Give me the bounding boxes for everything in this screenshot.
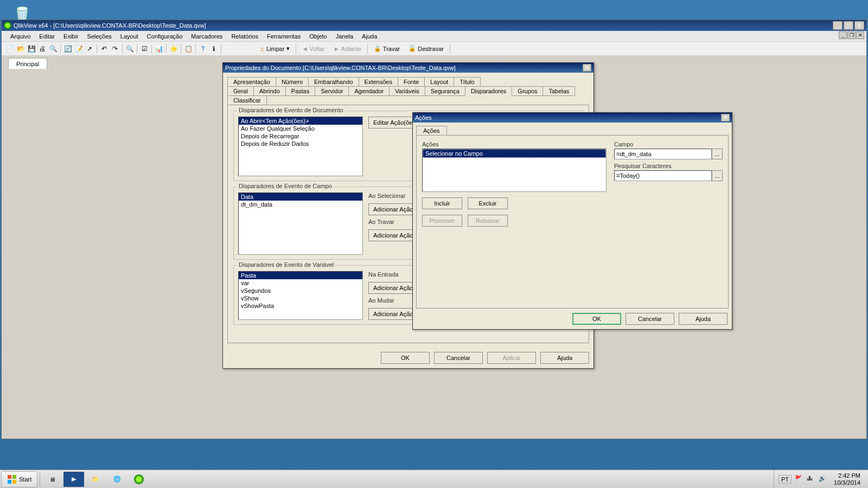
- ok-button[interactable]: OK: [572, 313, 621, 325]
- print-icon[interactable]: 🖨: [37, 44, 47, 54]
- cancel-button[interactable]: Cancelar: [626, 313, 674, 325]
- notes-icon[interactable]: 📋: [183, 44, 193, 54]
- list-item[interactable]: Data: [239, 193, 362, 201]
- start-button[interactable]: Start: [1, 471, 37, 487]
- travar-button[interactable]: 🔒Travar: [370, 44, 404, 53]
- list-item[interactable]: Ao Fazer Qualquer Seleção: [239, 125, 362, 132]
- chart-wizard-icon[interactable]: 📊: [154, 44, 164, 54]
- tab-agendador[interactable]: Agendador: [348, 86, 390, 96]
- list-item[interactable]: vSegundos: [239, 287, 362, 294]
- menu-layout[interactable]: Layout: [116, 32, 143, 41]
- table-viewer-icon[interactable]: ↗: [85, 44, 94, 54]
- tab-disparadores[interactable]: Disparadores: [465, 86, 512, 96]
- whats-this-icon[interactable]: ℹ: [209, 44, 219, 54]
- destravar-button[interactable]: 🔓Destravar: [405, 44, 448, 53]
- tab-titulo[interactable]: Título: [454, 77, 481, 87]
- cancel-button[interactable]: Cancelar: [434, 352, 483, 364]
- variable-triggers-list[interactable]: Pasta var vSegundos vShow vShowPasta: [238, 271, 363, 320]
- new-icon[interactable]: 📄: [5, 44, 15, 54]
- mdi-close[interactable]: ✕: [856, 31, 864, 39]
- task-explorer[interactable]: 📁: [85, 472, 106, 487]
- action-item[interactable]: Selecionar no Campo: [423, 149, 606, 158]
- tab-classificar[interactable]: Classificar: [227, 95, 267, 105]
- mdi-restore[interactable]: ❐: [847, 31, 856, 39]
- help-button[interactable]: Ajuda: [540, 352, 589, 364]
- menu-selecoes[interactable]: Seleções: [83, 32, 116, 41]
- menu-arquivo[interactable]: Arquivo: [6, 32, 35, 41]
- list-item[interactable]: Ao Abrir<Tem Ação(ões)>: [239, 117, 362, 125]
- excluir-button[interactable]: Excluir: [468, 197, 508, 209]
- tray-flag-icon[interactable]: 🚩: [795, 475, 803, 484]
- search-icon[interactable]: 🔍: [125, 44, 135, 54]
- clock[interactable]: 2:42 PM 10/3/2014: [831, 472, 864, 485]
- close-icon[interactable]: ✕: [721, 114, 730, 121]
- list-item[interactable]: Pasta: [239, 272, 362, 279]
- tray-sound-icon[interactable]: 🔊: [819, 475, 827, 484]
- campo-browse-button[interactable]: ...: [712, 149, 723, 159]
- voltar-button[interactable]: ◄Voltar: [298, 44, 329, 53]
- tab-variaveis[interactable]: Variáveis: [389, 86, 425, 96]
- adiante-button[interactable]: ►Adiante: [330, 44, 365, 53]
- campo-input[interactable]: [614, 149, 712, 159]
- menu-objeto[interactable]: Objeto: [305, 32, 331, 41]
- tab-extensoes[interactable]: Extensões: [359, 77, 398, 87]
- list-item[interactable]: Depois de Reduzir Dados: [239, 140, 362, 147]
- tab-embaralhando[interactable]: Embaralhando: [308, 77, 359, 87]
- tab-seguranca[interactable]: Segurança: [425, 86, 465, 96]
- menu-ferramentas[interactable]: Ferramentas: [263, 32, 305, 41]
- menu-janela[interactable]: Janela: [331, 32, 358, 41]
- help-icon[interactable]: ?: [198, 44, 208, 54]
- menu-relatorios[interactable]: Relatórios: [227, 32, 263, 41]
- limpar-button[interactable]: ⎌Limpar ▾: [257, 44, 293, 53]
- save-icon[interactable]: 💾: [27, 44, 36, 54]
- close-icon[interactable]: ✕: [583, 64, 591, 72]
- task-powershell[interactable]: ▶: [63, 472, 84, 487]
- undo-icon[interactable]: ↶: [99, 44, 109, 54]
- open-icon[interactable]: 📂: [16, 44, 25, 54]
- current-selections-icon[interactable]: ☑: [139, 44, 149, 54]
- tab-acoes[interactable]: Ações: [416, 126, 447, 135]
- tray-network-icon[interactable]: 🖧: [807, 475, 815, 484]
- list-item[interactable]: Depois de Recarregar: [239, 132, 362, 140]
- incluir-button[interactable]: Incluir: [422, 197, 462, 209]
- maximize-button[interactable]: □: [844, 21, 853, 30]
- rebaixar-button[interactable]: Rebaixar: [468, 215, 508, 227]
- tab-numero[interactable]: Número: [276, 77, 309, 87]
- tab-grupos[interactable]: Grupos: [512, 86, 543, 96]
- menu-editar[interactable]: Editar: [35, 32, 59, 41]
- pesquisar-browse-button[interactable]: ...: [712, 170, 723, 181]
- help-button[interactable]: Ajuda: [679, 313, 727, 325]
- close-button[interactable]: ✕: [854, 21, 864, 30]
- apply-button[interactable]: Aplicar: [487, 352, 536, 364]
- list-item[interactable]: var: [239, 279, 362, 287]
- language-indicator[interactable]: PT: [778, 475, 792, 484]
- tab-servidor[interactable]: Servidor: [315, 86, 349, 96]
- tab-fonte[interactable]: Fonte: [398, 77, 425, 87]
- sheet-tab-principal[interactable]: Principal: [8, 58, 47, 69]
- field-triggers-list[interactable]: Data dt_dm_data: [238, 192, 363, 255]
- dialog-titlebar[interactable]: Ações ✕: [413, 113, 732, 123]
- menu-configuracao[interactable]: Configuração: [143, 32, 187, 41]
- promover-button[interactable]: Promover: [422, 215, 462, 227]
- menu-marcadores[interactable]: Marcadores: [187, 32, 227, 41]
- document-triggers-list[interactable]: Ao Abrir<Tem Ação(ões)> Ao Fazer Qualque…: [238, 117, 363, 176]
- tab-layout[interactable]: Layout: [424, 77, 454, 87]
- tab-apresentacao[interactable]: Apresentação: [227, 77, 276, 87]
- app-titlebar[interactable]: QlikView x64 - [C:\Users\qlikview.CONTAX…: [2, 20, 866, 31]
- edit-script-icon[interactable]: 📝: [74, 44, 84, 54]
- dialog-titlebar[interactable]: Propriedades do Documento [C:\Users\qlik…: [223, 63, 593, 73]
- redo-icon[interactable]: ↷: [110, 44, 120, 54]
- pesquisar-input[interactable]: [614, 170, 712, 181]
- menu-ajuda[interactable]: Ajuda: [358, 32, 381, 41]
- minimize-button[interactable]: _: [833, 21, 843, 30]
- reload-icon[interactable]: 🔄: [63, 44, 73, 54]
- tab-geral[interactable]: Geral: [227, 86, 254, 96]
- menu-exibir[interactable]: Exibir: [59, 32, 83, 41]
- task-server-manager[interactable]: 🖥: [42, 472, 62, 487]
- tab-abrindo[interactable]: Abrindo: [253, 86, 286, 96]
- print-preview-icon[interactable]: 🔍: [48, 44, 58, 54]
- list-item[interactable]: vShowPasta: [239, 302, 362, 310]
- tab-pastas[interactable]: Pastas: [285, 86, 316, 96]
- ok-button[interactable]: OK: [381, 352, 430, 364]
- list-item[interactable]: vShow: [239, 294, 362, 302]
